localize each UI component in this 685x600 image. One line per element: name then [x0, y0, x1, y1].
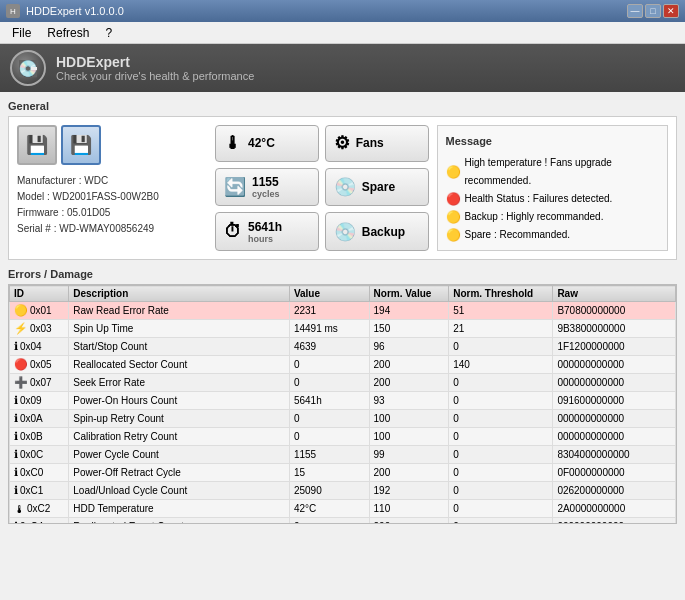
general-left: 💾 💾 Manufacturer : WDC Model : WD2001FAS…: [17, 125, 207, 251]
cell-threshold: 0: [449, 446, 553, 464]
stat-buttons: 🌡 42°C ⚙ Fans 🔄 1155 cycles 💿 Spare: [215, 125, 429, 251]
cell-threshold: 0: [449, 482, 553, 500]
cell-id: 🌡 0xC2: [10, 500, 69, 518]
fans-button[interactable]: ⚙ Fans: [325, 125, 429, 162]
firmware-info: Firmware : 05.01D05: [17, 205, 207, 221]
cycles-icon: 🔄: [224, 176, 246, 198]
spare-icon: 💿: [334, 176, 356, 198]
backup-icon: 💿: [334, 221, 356, 243]
drive-icon-1[interactable]: 💾: [17, 125, 57, 165]
cell-id: ℹ 0x0A: [10, 410, 69, 428]
serial-info: Serial # : WD-WMAY00856249: [17, 221, 207, 237]
cell-id-val: 0x07: [30, 377, 52, 388]
menu-file[interactable]: File: [4, 24, 39, 42]
cell-desc: Start/Stop Count: [69, 338, 290, 356]
table-row: 🔴 0x05 Reallocated Sector Count 0 200 14…: [10, 356, 676, 374]
cell-id-val: 0xC4: [20, 521, 43, 524]
errors-table-wrapper[interactable]: ID Description Value Norm. Value Norm. T…: [8, 284, 677, 524]
cell-id: ℹ 0x0C: [10, 446, 69, 464]
cell-norm: 150: [369, 320, 449, 338]
cell-id: ℹ 0xC0: [10, 464, 69, 482]
window-title: HDDExpert v1.0.0.0: [26, 5, 124, 17]
hours-button[interactable]: ⏱ 5641h hours: [215, 212, 319, 251]
cell-raw: 000000000000: [553, 518, 676, 525]
cell-value: 0: [289, 374, 369, 392]
menu-help[interactable]: ?: [97, 24, 120, 42]
msg-text-3: Backup : Highly recommanded.: [465, 208, 604, 226]
menu-refresh[interactable]: Refresh: [39, 24, 97, 42]
cell-threshold: 0: [449, 374, 553, 392]
close-button[interactable]: ✕: [663, 4, 679, 18]
cell-raw: 1F1200000000: [553, 338, 676, 356]
general-section-label: General: [8, 100, 677, 112]
cell-norm: 100: [369, 428, 449, 446]
spare-button[interactable]: 💿 Spare: [325, 168, 429, 207]
backup-button[interactable]: 💿 Backup: [325, 212, 429, 251]
drive-icons: 💾 💾: [17, 125, 207, 165]
cell-id-val: 0xC1: [20, 485, 43, 496]
status-icon: ℹ: [14, 340, 18, 353]
msg-text-2: Health Status : Failures detected.: [465, 190, 613, 208]
cell-raw: 000000000000: [553, 428, 676, 446]
cell-norm: 100: [369, 410, 449, 428]
cell-threshold: 0: [449, 338, 553, 356]
cycles-button[interactable]: 🔄 1155 cycles: [215, 168, 319, 207]
maximize-button[interactable]: □: [645, 4, 661, 18]
status-icon: ℹ: [14, 484, 18, 497]
cell-raw: 0F0000000000: [553, 464, 676, 482]
status-icon: ➕: [14, 376, 28, 389]
cell-threshold: 21: [449, 320, 553, 338]
col-header-desc: Description: [69, 286, 290, 302]
cell-value: 1155: [289, 446, 369, 464]
cell-norm: 200: [369, 374, 449, 392]
hours-icon: ⏱: [224, 221, 242, 242]
app-name: HDDExpert: [56, 54, 254, 70]
cell-threshold: 51: [449, 302, 553, 320]
table-row: ℹ 0xC0 Power-Off Retract Cycle 15 200 0 …: [10, 464, 676, 482]
cell-value: 25090: [289, 482, 369, 500]
cell-value: 15: [289, 464, 369, 482]
menu-bar: File Refresh ?: [0, 22, 685, 44]
status-icon: 🔴: [14, 358, 28, 371]
cell-desc: HDD Temperature: [69, 500, 290, 518]
col-header-norm: Norm. Value: [369, 286, 449, 302]
status-icon: 🌡: [14, 503, 25, 515]
table-row: ℹ 0x0A Spin-up Retry Count 0 100 0 00000…: [10, 410, 676, 428]
temperature-button[interactable]: 🌡 42°C: [215, 125, 319, 162]
cell-raw: 091600000000: [553, 392, 676, 410]
cell-desc: Calibration Retry Count: [69, 428, 290, 446]
fan-icon: ⚙: [334, 132, 350, 154]
cell-id: ℹ 0xC1: [10, 482, 69, 500]
cell-norm: 110: [369, 500, 449, 518]
table-row: 🟡 0x01 Raw Read Error Rate 2231 194 51 B…: [10, 302, 676, 320]
fans-label: Fans: [356, 136, 384, 150]
cell-value: 0: [289, 410, 369, 428]
cell-id: ℹ 0x09: [10, 392, 69, 410]
cell-raw: 2A0000000000: [553, 500, 676, 518]
msg-icon-2: 🔴: [446, 190, 461, 208]
cell-id-val: 0xC2: [27, 503, 50, 514]
message-box: Message 🟡 High temperature ! Fans upgrad…: [437, 125, 669, 251]
status-icon: ℹ: [14, 394, 18, 407]
minimize-button[interactable]: —: [627, 4, 643, 18]
cell-id-val: 0x04: [20, 341, 42, 352]
cell-desc: Power Cycle Count: [69, 446, 290, 464]
msg-line-3: 🟡 Backup : Highly recommanded.: [446, 208, 660, 226]
table-row: ℹ 0x04 Start/Stop Count 4639 96 0 1F1200…: [10, 338, 676, 356]
cell-norm: 96: [369, 338, 449, 356]
cell-threshold: 0: [449, 500, 553, 518]
cell-id: ℹ 0x0B: [10, 428, 69, 446]
cell-threshold: 0: [449, 518, 553, 525]
cell-value: 42°C: [289, 500, 369, 518]
cell-value: 2231: [289, 302, 369, 320]
manufacturer-info: Manufacturer : WDC: [17, 173, 207, 189]
app-header: 💽 HDDExpert Check your drive's health & …: [0, 44, 685, 92]
cell-raw: B70800000000: [553, 302, 676, 320]
cell-id: ℹ 0xC4: [10, 518, 69, 525]
cell-id-val: 0x09: [20, 395, 42, 406]
drive-icon-2[interactable]: 💾: [61, 125, 101, 165]
cell-desc: Seek Error Rate: [69, 374, 290, 392]
table-row: ℹ 0xC4 Reallocated Event Count 0 200 0 0…: [10, 518, 676, 525]
cell-threshold: 0: [449, 410, 553, 428]
col-header-raw: Raw: [553, 286, 676, 302]
